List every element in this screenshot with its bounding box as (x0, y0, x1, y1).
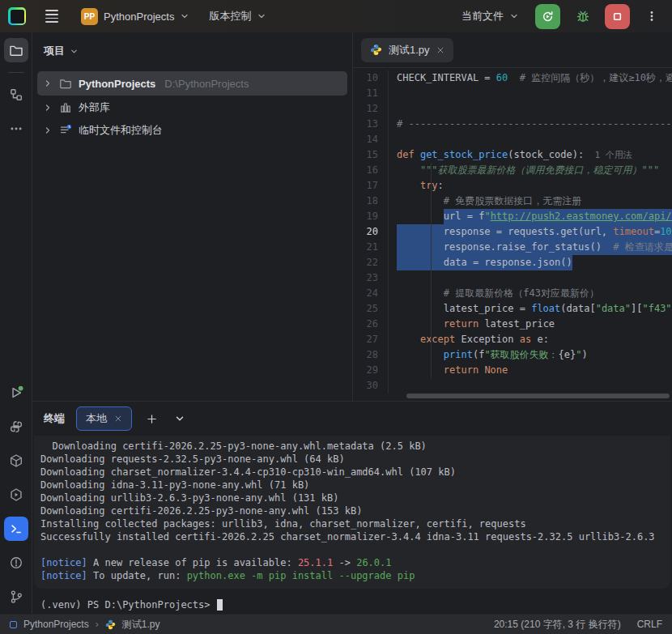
code-line[interactable]: 24 # 提取最新价格（f43对应最新价） (353, 286, 672, 301)
breadcrumb-project[interactable]: PythonProjects (23, 619, 89, 630)
code-line[interactable]: 28 print(f"获取股价失败：{e}") (353, 347, 672, 363)
code-line[interactable]: 17 try: (353, 178, 672, 194)
code-line[interactable]: 11 (353, 86, 672, 101)
run-icon (9, 385, 23, 400)
services-icon (9, 487, 23, 502)
chevron-down-icon (180, 11, 189, 21)
run-config-selector[interactable]: 当前文件 (455, 4, 525, 28)
line-number: 20 (353, 224, 389, 240)
code-line[interactable]: 26 return latest_price (353, 317, 672, 332)
sidebar-item-structure[interactable] (4, 83, 28, 107)
line-number: 25 (353, 301, 389, 317)
code-line[interactable]: 25 latest_price = float(data["data"]["f4… (353, 301, 672, 317)
line-ending-widget[interactable]: CRLF (637, 619, 662, 630)
sidebar-item-more[interactable] (4, 117, 28, 141)
terminal-output[interactable]: Downloading certifi-2026.2.25-py3-none-a… (32, 436, 672, 614)
close-icon[interactable] (114, 415, 122, 423)
line-number: 17 (353, 178, 389, 194)
horizontal-scrollbar[interactable] (406, 394, 670, 398)
terminal-line: Downloading certifi-2026.2.25-py3-none-a… (40, 504, 664, 517)
code-line[interactable]: 15def get_stock_price(stock_code): 1 个用法 (353, 147, 672, 163)
terminal-line: Downloading requests-2.32.5-py3-none-any… (40, 453, 664, 466)
sidebar-item-version-control[interactable] (4, 585, 28, 609)
python-file-icon (370, 44, 382, 56)
project-widget-button[interactable]: PP PythonProjects (74, 3, 196, 30)
line-number: 24 (353, 286, 389, 301)
terminal-prompt[interactable]: (.venv) PS D:\PythonProjects> (34, 589, 670, 611)
chevron-right-icon[interactable] (43, 126, 53, 135)
line-number: 23 (353, 270, 389, 286)
chevron-right-icon[interactable] (43, 79, 53, 88)
terminal-header: 终端 本地 (32, 402, 672, 436)
code-line[interactable]: 12 (353, 101, 672, 117)
packages-icon (9, 453, 23, 468)
editor-tab-label: 测试1.py (389, 43, 430, 57)
terminal-title: 终端 (44, 411, 65, 426)
rerun-button[interactable] (535, 4, 560, 29)
caret-position-widget[interactable]: 20:15 (210 字符, 3 行 换行符) (494, 618, 621, 632)
sidebar-item-project[interactable] (4, 38, 28, 62)
terminal-tabs-dropdown[interactable] (172, 411, 188, 427)
status-bar: PythonProjects › 测试1.py 20:15 (210 字符, 3… (0, 614, 672, 634)
terminal-line: [notice] A new release of pip is availab… (40, 556, 664, 569)
stop-button[interactable] (605, 4, 630, 29)
line-number: 12 (353, 101, 389, 117)
line-number: 16 (353, 163, 389, 178)
code-line[interactable]: 30 (353, 378, 672, 394)
code-line[interactable]: 29 return None (353, 363, 672, 378)
chevron-right-icon[interactable] (43, 103, 53, 113)
library-icon (59, 101, 72, 114)
code-line[interactable]: 18 # 免费股票数据接口，无需注册 (353, 194, 672, 209)
tree-item-project-root[interactable]: PythonProjects D:\PythonProjects (37, 71, 347, 96)
editor-tab[interactable]: 测试1.py (361, 38, 453, 62)
code-line[interactable]: 16 """获取股票最新价格（调用免费接口，稳定可用）""" (353, 163, 672, 178)
more-menu-button[interactable] (640, 5, 664, 28)
code-line[interactable]: 22 data = response.json() (353, 255, 672, 270)
line-number: 28 (353, 347, 389, 363)
hamburger-icon (42, 6, 62, 25)
code-line[interactable]: 23 (353, 270, 672, 286)
sidebar-item-run[interactable] (4, 381, 28, 405)
code-line[interactable]: 13# ------------------------------------… (353, 117, 672, 132)
scratch-files-icon (59, 124, 72, 137)
line-number: 15 (353, 147, 389, 163)
debug-button[interactable] (570, 4, 595, 29)
line-number: 29 (353, 363, 389, 378)
stop-icon (610, 10, 624, 23)
line-number: 19 (353, 209, 389, 224)
code-line[interactable]: 19 url = f"http://push2.eastmoney.com/ap… (353, 209, 672, 224)
sidebar-item-terminal[interactable] (4, 517, 28, 541)
folder-icon (9, 43, 23, 57)
new-terminal-button[interactable] (143, 411, 160, 428)
sidebar-item-python-console[interactable] (4, 415, 28, 439)
tree-item-scratches[interactable]: 临时文件和控制台 (37, 119, 347, 141)
folder-icon (59, 77, 72, 90)
code-editor-area[interactable]: 10CHECK_INTERVAL = 60 # 监控间隔（秒），建议≥10秒，避… (353, 68, 672, 401)
project-square-icon (10, 621, 17, 628)
sidebar-item-services[interactable] (4, 483, 28, 507)
terminal-line: Downloading urllib3-2.6.3-py3-none-any.w… (40, 491, 664, 504)
tab-close-button[interactable] (436, 46, 444, 54)
main-toolbar: PP PythonProjects 版本控制 当前文件 (0, 0, 672, 32)
chevron-down-icon (257, 11, 266, 21)
project-panel-title: 项目 (44, 44, 65, 58)
vcs-widget-button[interactable]: 版本控制 (202, 4, 273, 28)
breadcrumb-file[interactable]: 测试1.py (122, 618, 160, 632)
project-panel-header[interactable]: 项目 (32, 37, 352, 65)
code-line[interactable]: 10CHECK_INTERVAL = 60 # 监控间隔（秒），建议≥10秒，避 (353, 70, 672, 86)
line-number: 27 (353, 332, 389, 347)
sidebar-item-python-packages[interactable] (4, 449, 28, 473)
terminal-tab-local[interactable]: 本地 (76, 406, 132, 431)
sidebar-item-problems[interactable] (4, 551, 28, 575)
code-line[interactable]: 14 (353, 132, 672, 147)
code-line[interactable]: 27 except Exception as e: (353, 332, 672, 347)
selection-highlight: url = f"http://push2.eastmoney.com/api/q… (444, 209, 672, 224)
project-tree: PythonProjects D:\PythonProjects 外部库 临时文… (32, 71, 352, 141)
selection-highlight: response.raise_for_status() # 检查请求是否成功 (397, 240, 672, 255)
indent-guide (431, 163, 432, 378)
main-menu-button[interactable] (36, 2, 68, 30)
selection-highlight: response = requests.get(url, timeout=10) (397, 224, 672, 240)
tree-item-external-libraries[interactable]: 外部库 (37, 96, 347, 118)
code-line[interactable]: 20 response = requests.get(url, timeout=… (353, 224, 672, 240)
code-line[interactable]: 21 response.raise_for_status() # 检查请求是否成… (353, 240, 672, 255)
